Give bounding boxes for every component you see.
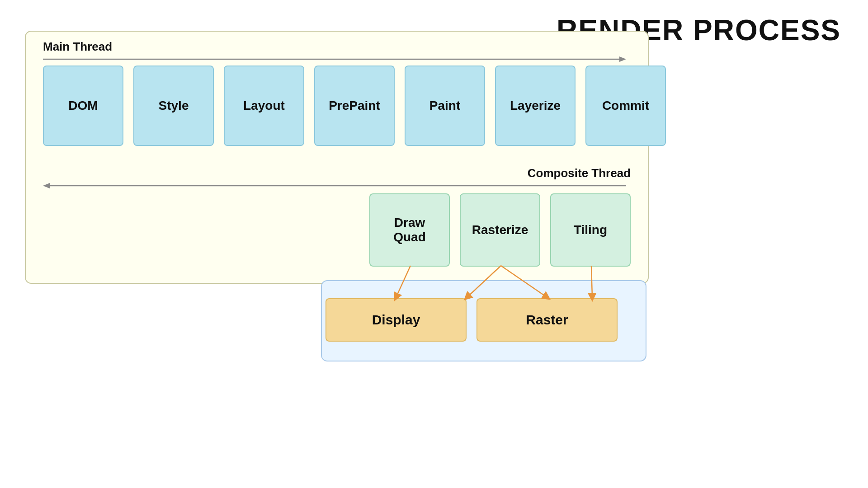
main-card-style: Style	[133, 66, 214, 146]
main-thread-label: Main Thread	[43, 40, 112, 54]
composite-thread-label: Composite Thread	[528, 166, 631, 180]
main-thread-arrow	[43, 55, 626, 63]
gpu-card-raster: Raster	[476, 298, 618, 342]
composite-cards-row: Draw Quad Rasterize Tiling	[369, 193, 631, 267]
main-card-dom: DOM	[43, 66, 123, 146]
composite-card-tiling: Tiling	[550, 193, 631, 267]
svg-marker-1	[619, 56, 626, 62]
main-card-layerize: Layerize	[495, 66, 576, 146]
composite-card-drawquad: Draw Quad	[369, 193, 450, 267]
main-card-commit: Commit	[585, 66, 666, 146]
main-card-prepaint: PrePaint	[314, 66, 395, 146]
main-card-layout: Layout	[224, 66, 304, 146]
main-card-paint: Paint	[405, 66, 485, 146]
main-cards-row: DOM Style Layout PrePaint Paint Layerize…	[43, 66, 666, 146]
svg-marker-3	[43, 183, 50, 188]
composite-thread-arrow	[43, 182, 626, 190]
render-process-box: Main Thread DOM Style Layout PrePaint Pa…	[25, 31, 649, 284]
gpu-card-display: Display	[326, 298, 467, 342]
gpu-cards-row: Display Raster	[326, 298, 618, 342]
composite-card-rasterize: Rasterize	[460, 193, 540, 267]
